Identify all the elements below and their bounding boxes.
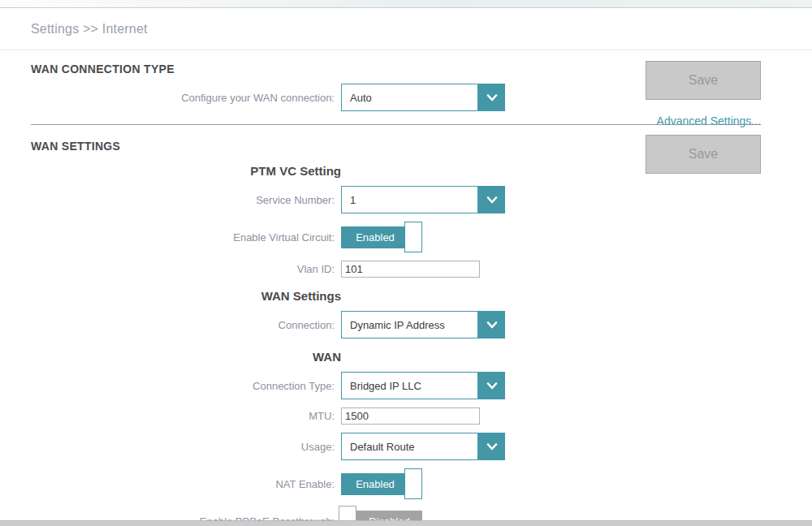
- section-wan-settings: WAN SETTINGS Save PTM VC SettingService …: [0, 125, 812, 526]
- chevron-down-icon[interactable]: [478, 84, 505, 111]
- save-button[interactable]: Save: [646, 61, 761, 100]
- nat-enable-label: NAT Enable:: [31, 478, 341, 490]
- breadcrumb: Settings >> Internet: [31, 22, 148, 37]
- connection-type-select[interactable]: Bridged IP LLC: [341, 372, 505, 399]
- usage-select[interactable]: Default Route: [341, 433, 505, 460]
- connection-type-label: Connection Type:: [31, 380, 341, 392]
- usage-label: Usage:: [31, 441, 341, 453]
- toggle-knob[interactable]: [404, 222, 422, 252]
- settings-content: WAN CONNECTION TYPE Save Advanced Settin…: [0, 51, 812, 526]
- chevron-down-icon[interactable]: [478, 433, 505, 460]
- nat-enable-toggle[interactable]: Enabled: [341, 468, 409, 499]
- connection-select[interactable]: Dynamic IP Address: [341, 311, 505, 338]
- form-row: Usage:Default Route: [31, 433, 761, 460]
- form-row: Enable Virtual Circuit:Enabled: [31, 222, 761, 252]
- subsection-heading-ptm-vc-setting: PTM VC Setting: [31, 164, 341, 178]
- select-value: 1: [341, 186, 478, 213]
- window-top-strip: [0, 0, 812, 8]
- select-value: Auto: [341, 84, 478, 111]
- vlan-id-label: Vlan ID:: [31, 263, 341, 275]
- vlan-id-input[interactable]: [341, 261, 480, 278]
- select-value: Bridged IP LLC: [341, 372, 478, 399]
- configure-your-wan-connection-select[interactable]: Auto: [341, 84, 505, 111]
- save-button[interactable]: Save: [646, 135, 761, 174]
- mtu-input[interactable]: [341, 407, 480, 425]
- connection-label: Connection:: [31, 319, 341, 331]
- subsection-heading-wan-settings: WAN Settings: [31, 289, 341, 303]
- service-number-label: Service Number:: [31, 194, 341, 206]
- horizontal-scrollbar[interactable]: [0, 520, 812, 526]
- section-wan-connection-type: WAN CONNECTION TYPE Save Advanced Settin…: [0, 51, 812, 111]
- service-number-select[interactable]: 1: [341, 186, 505, 213]
- breadcrumb-bar: Settings >> Internet: [0, 9, 812, 50]
- chevron-down-icon[interactable]: [478, 372, 505, 399]
- subsection-heading-wan: WAN: [31, 350, 341, 364]
- form-row: Service Number:1: [31, 186, 761, 213]
- form-row: Vlan ID:: [31, 261, 761, 278]
- mtu-label: MTU:: [31, 410, 341, 422]
- toggle-state-label: Enabled: [341, 226, 409, 248]
- form-row: MTU:: [31, 407, 761, 425]
- form-row: NAT Enable:Enabled: [31, 468, 761, 499]
- select-value: Dynamic IP Address: [341, 311, 478, 338]
- form-rows: PTM VC SettingService Number:1Enable Vir…: [31, 164, 761, 526]
- enable-virtual-circuit-label: Enable Virtual Circuit:: [31, 231, 341, 244]
- select-value: Default Route: [341, 433, 478, 460]
- configure-your-wan-connection-label: Configure your WAN connection:: [31, 92, 341, 104]
- internet-settings-page: Settings >> Internet WAN CONNECTION TYPE…: [0, 0, 812, 526]
- toggle-knob[interactable]: [404, 468, 422, 499]
- toggle-state-label: Enabled: [341, 473, 409, 495]
- form-row: Connection:Dynamic IP Address: [31, 311, 761, 338]
- chevron-down-icon[interactable]: [478, 311, 505, 338]
- enable-virtual-circuit-toggle[interactable]: Enabled: [341, 222, 409, 252]
- form-row: Connection Type:Bridged IP LLC: [31, 372, 761, 399]
- chevron-down-icon[interactable]: [478, 186, 505, 213]
